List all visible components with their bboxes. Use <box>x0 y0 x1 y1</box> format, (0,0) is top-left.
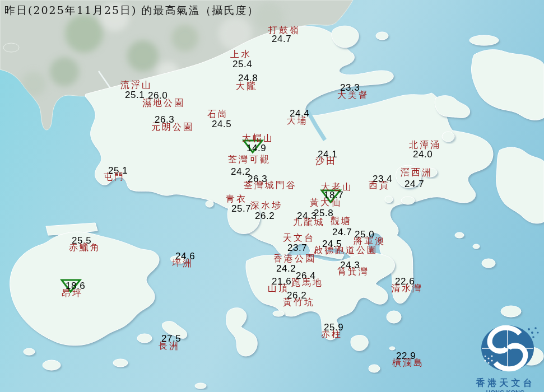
southeast-mirs-landmass <box>496 147 544 223</box>
ma-wan-island <box>206 200 213 207</box>
po-toi-island <box>351 335 368 351</box>
station-name: 大老山 <box>321 183 353 192</box>
station-name: 大埔 <box>287 116 308 125</box>
lamma-island <box>226 308 257 356</box>
station-name: 橫瀾島 <box>392 358 424 367</box>
sharp-island <box>385 196 393 203</box>
small-island <box>195 383 206 389</box>
tung-lung-chau-island <box>387 311 401 323</box>
station-name: 元朗公園 <box>151 123 194 132</box>
station-name: 赤柱 <box>321 330 342 339</box>
station-value: 24.2 <box>276 264 296 273</box>
station-name: 濕地公園 <box>142 99 185 108</box>
station-name: 清水灣 <box>391 284 423 293</box>
hko-logo: 香港天文台 HONG KONG OBSERVATORY <box>466 323 544 392</box>
station-name: 赤鱲角 <box>69 243 101 252</box>
station-name: 天文台 <box>283 234 315 242</box>
small-island <box>473 244 480 249</box>
station-name: 跑馬地 <box>291 278 323 287</box>
station-name: 上水 <box>230 50 252 59</box>
small-island <box>482 259 495 268</box>
station-value: 14.9 <box>247 143 266 153</box>
station-value: 24.7 <box>272 34 291 44</box>
station-name: 滘西洲 <box>401 168 433 177</box>
hko-logo-chinese-name: 香港天文台 <box>466 377 544 389</box>
station-name: 沙田 <box>315 157 337 166</box>
shek-kwu-chau-island <box>113 359 128 367</box>
station-value: 25.1 <box>125 90 145 100</box>
waglan-island <box>389 347 395 350</box>
station-name: 香港公園 <box>273 254 316 263</box>
station-name: 大隴 <box>236 82 257 91</box>
weather-map-canvas: 昨日(2025年11月25日) 的最高氣溫（攝氏度） 24.7打鼓嶺25.4上水… <box>0 0 544 392</box>
small-island <box>24 348 35 355</box>
station-value: 24.7 <box>332 227 352 237</box>
station-value: 25.7 <box>231 204 251 213</box>
hei-ling-chau-island <box>137 334 152 343</box>
station-name: 石崗 <box>207 110 229 119</box>
station-value: 24.7 <box>404 179 424 189</box>
station-name: 打鼓嶺 <box>268 26 300 35</box>
station-name: 長洲 <box>159 342 180 351</box>
soko-islands <box>43 360 61 370</box>
tap-mun-island <box>442 132 454 142</box>
shelter-island <box>401 197 415 204</box>
hong-kong-map <box>0 0 544 392</box>
station-name: 荃灣城門谷 <box>244 181 297 190</box>
northeast-landmass <box>471 50 544 120</box>
small-island <box>369 365 380 372</box>
station-value: 26.2 <box>255 211 275 221</box>
small-island <box>469 35 499 45</box>
station-name: 坪洲 <box>172 259 193 268</box>
hko-logo-symbol <box>468 323 542 374</box>
station-value: 24.0 <box>413 150 433 159</box>
station-name: 荃灣可觀 <box>228 155 271 164</box>
station-value: 23.7 <box>287 243 307 253</box>
station-name: 黃大仙 <box>310 198 342 207</box>
station-name: 深水埗 <box>250 201 282 210</box>
station-name: 觀塘 <box>331 217 352 226</box>
ninepin-islands <box>455 232 464 238</box>
station-name: 流浮山 <box>120 81 152 90</box>
map-title: 昨日(2025年11月25日) 的最高氣溫（攝氏度） <box>4 3 259 18</box>
station-name: 黃竹坑 <box>283 298 315 307</box>
station-name: 九龍城 <box>293 218 325 227</box>
station-name: 青衣 <box>226 194 247 203</box>
small-island <box>376 32 388 40</box>
station-name: 大美督 <box>337 91 369 100</box>
hko-logo-english-name: HONG KONG OBSERVATORY <box>466 389 544 392</box>
station-name: 西貢 <box>369 181 390 190</box>
station-name: 屯門 <box>104 172 125 181</box>
station-name: 昂坪 <box>62 289 83 298</box>
station-value: 25.4 <box>233 59 252 69</box>
station-value: 24.5 <box>212 119 231 129</box>
station-name: 啟德跑道公園 <box>314 246 378 255</box>
station-name: 大帽山 <box>242 134 274 143</box>
small-island <box>501 306 521 317</box>
station-name: 山頂 <box>268 284 289 293</box>
station-name: 筲箕灣 <box>337 267 369 276</box>
ap-lei-chau-island <box>273 311 284 316</box>
station-name: 北潭涌 <box>409 141 441 150</box>
hong-kong-island <box>246 253 394 340</box>
